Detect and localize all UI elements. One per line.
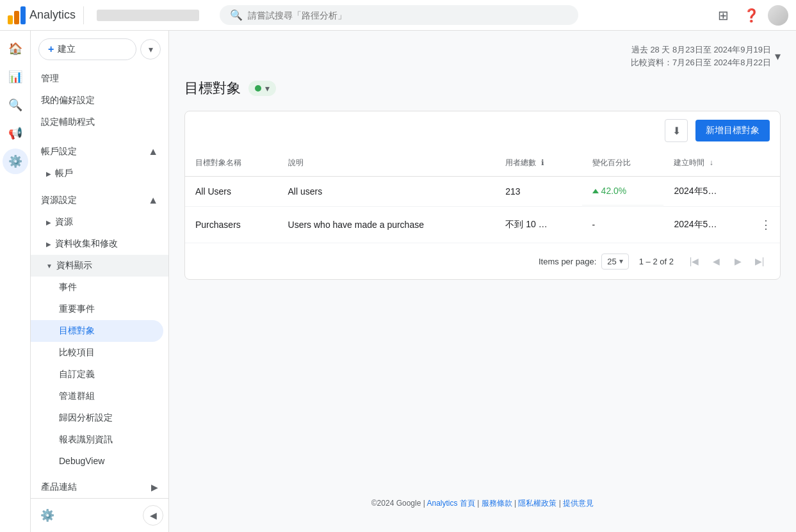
users-info-icon[interactable]: ℹ [541,158,544,167]
col-created[interactable]: 建立時間 ↓ [663,150,752,177]
resource-section-title: 資源設定 [41,195,77,206]
product-section: 產品連結 ▶ [31,476,168,498]
row1-users: 213 [495,177,581,207]
sidebar-item-account[interactable]: ▶ 帳戶 [31,163,168,184]
per-page-value: 25 [607,257,616,266]
status-dot [255,85,261,92]
sidebar-sub-item-custom[interactable]: 自訂定義 [31,364,168,385]
add-audience-button[interactable]: 新增目標對象 [695,120,770,141]
search-input[interactable] [248,10,568,20]
row2-actions[interactable]: ⋮ [752,207,780,243]
row1-name: All Users [185,177,278,207]
account-section-header[interactable]: 帳戶設定 ▲ [31,141,168,163]
sidebar-item-resource[interactable]: ▶ 資源 [31,211,168,233]
sidebar-item-data-display[interactable]: ▼ 資料顯示 [31,255,168,277]
data-collection-label: 資料收集和修改 [55,238,118,250]
account-arrow-icon: ▶ [46,170,51,177]
table-row: Purchasers Users who have made a purchas… [185,207,780,243]
account-section-chevron: ▲ [148,146,158,157]
account-blurred [97,10,199,21]
avatar[interactable] [768,5,788,26]
sidebar-item-setup[interactable]: 設定輔助程式 [31,111,168,133]
resource-label: 資源 [55,216,73,228]
page-first-btn[interactable]: |◀ [684,251,704,271]
product-section-header[interactable]: 產品連結 ▶ [31,476,168,498]
footer-link-feedback[interactable]: 提供意見 [563,499,594,508]
sidebar-sub-item-comparisons[interactable]: 比較項目 [31,342,168,364]
date-range-compare: 比較資料：7月26日至 2024年8月22日 [631,56,771,69]
topbar-divider [83,6,84,24]
table-toolbar: ⬇ 新增目標對象 [185,111,780,150]
page-prev-btn[interactable]: ◀ [706,251,726,271]
sidebar-sub-item-channels[interactable]: 管道群組 [31,385,168,407]
date-range-chevron: ▾ [775,49,781,63]
chevron-down-icon: ▾ [149,44,153,54]
sidebar-sub-item-debugview[interactable]: DebugView [31,451,168,471]
table-row: All Users All users 213 42.0% 2024年5… [185,177,780,207]
sidebar-panel: + 建立 ▾ 管理 我的偏好設定 設定輔助程式 帳戶設定 ▲ ▶ 帳戶 [31,31,169,532]
per-page-chevron: ▾ [619,257,623,266]
sidebar-sub-item-attribution[interactable]: 歸因分析設定 [31,407,168,429]
plus-icon: + [48,44,54,55]
footer-link-terms[interactable]: 服務條款 [482,499,512,508]
product-section-title: 產品連結 [41,481,77,493]
left-nav-explore[interactable]: 🔍 [3,92,28,118]
row2-name: Purchasers [185,207,278,243]
row1-change-arrow [592,189,599,193]
status-badge[interactable]: ▾ [248,81,276,96]
account-section-title: 帳戶設定 [41,146,77,157]
col-actions [752,150,780,177]
data-collection-arrow-icon: ▶ [46,241,51,248]
row1-actions [752,177,780,207]
table-container: ⬇ 新增目標對象 目標對象名稱 說明 用者總數 ℹ [184,111,781,280]
sidebar-sub-item-key-events[interactable]: 重要事件 [31,298,168,320]
footer: ©2024 Google | Analytics 首頁 | 服務條款 | 隱私權… [184,488,781,519]
settings-gear-btn[interactable]: ⚙️ [36,504,59,527]
search-icon: 🔍 [230,9,243,21]
left-nav-configure[interactable]: ⚙️ [3,149,28,174]
sidebar-top-links: 管理 我的偏好設定 設定輔助程式 [31,65,168,136]
page-last-btn[interactable]: ▶| [749,251,770,271]
collapse-sidebar-btn[interactable]: ◀ [143,505,163,526]
sidebar-item-data-collection[interactable]: ▶ 資料收集和修改 [31,233,168,255]
download-btn[interactable]: ⬇ [665,119,688,142]
col-users: 用者總數 ℹ [495,150,581,177]
apps-icon-btn[interactable]: ⊞ [711,4,735,27]
left-nav-home[interactable]: 🏠 [3,36,28,61]
create-label: 建立 [58,44,76,55]
sidebar-item-manage[interactable]: 管理 [31,68,168,90]
items-per-page: Items per page: 25 ▾ [539,254,629,270]
create-dropdown-btn[interactable]: ▾ [140,39,161,60]
resource-section-header[interactable]: 資源設定 ▲ [31,189,168,211]
ga-logo-icon [8,6,26,24]
resource-section-chevron: ▲ [148,195,158,206]
date-range-bar[interactable]: 過去 28 天 8月23日至 2024年9月19日 比較資料：7月26日至 20… [184,44,781,69]
created-sort-icon: ↓ [710,158,713,167]
help-icon-btn[interactable]: ❓ [740,4,763,27]
row1-created: 2024年5… [663,177,752,207]
account-info[interactable] [92,7,204,24]
footer-link-analytics[interactable]: Analytics 首頁 [426,499,475,508]
data-display-arrow-icon: ▼ [46,262,53,270]
sidebar-sub-item-audiences[interactable]: 目標對象 [31,320,163,342]
account-label: 帳戶 [55,168,73,179]
left-icon-nav: 🏠 📊 🔍 📢 ⚙️ [0,31,31,532]
row1-change: 42.0% [582,177,664,206]
page-next-btn[interactable]: ▶ [727,251,748,271]
sidebar-item-preferences[interactable]: 我的偏好設定 [31,90,168,111]
svg-rect-0 [8,15,13,24]
search-bar[interactable]: 🔍 [220,5,578,25]
per-page-select[interactable]: 25 ▾ [601,254,628,270]
row2-change: - [582,207,664,243]
status-chevron-icon: ▾ [265,83,270,93]
create-button[interactable]: + 建立 [38,38,136,60]
col-description: 說明 [278,150,496,177]
data-display-label: 資料顯示 [56,260,92,271]
row2-users: 不到 10 … [495,207,581,243]
row2-more-icon[interactable]: ⋮ [757,216,775,234]
left-nav-advertising[interactable]: 📢 [3,120,28,146]
sidebar-sub-item-report-id[interactable]: 報表識別資訊 [31,429,168,451]
footer-link-privacy[interactable]: 隱私權政策 [518,499,556,508]
left-nav-reports[interactable]: 📊 [3,64,28,90]
sidebar-sub-item-events[interactable]: 事件 [31,277,168,298]
